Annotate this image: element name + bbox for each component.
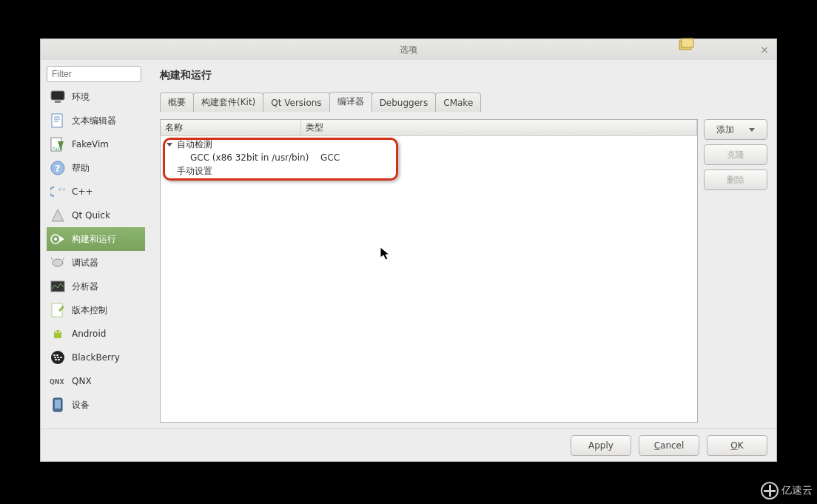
svg-rect-4: [52, 114, 62, 127]
analyzer-icon: [50, 278, 66, 295]
options-dialog: 选项 × 环境 文本编辑器 Fake FakeVim: [40, 38, 777, 462]
apply-button[interactable]: Apply: [571, 435, 631, 456]
text-edit-icon: [50, 112, 66, 129]
sidebar-item-android[interactable]: Android: [47, 322, 145, 346]
debugger-icon: [50, 255, 66, 271]
tree-group-auto[interactable]: 自动检测: [161, 138, 697, 151]
window-title: 选项: [400, 44, 417, 56]
sidebar-item-label: QNX: [72, 376, 92, 386]
sidebar-item-text-editor[interactable]: 文本编辑器: [47, 109, 145, 132]
svg-marker-17: [60, 236, 64, 242]
qtquick-icon: [50, 207, 66, 224]
compiler-type: GCC: [320, 152, 340, 163]
tree-body: 自动检测 GCC (x86 32bit in /usr/bin) GCC 手动设…: [161, 136, 697, 179]
tab-debuggers[interactable]: Debuggers: [371, 93, 437, 112]
svg-rect-32: [55, 359, 57, 360]
tab-cmake[interactable]: CMake: [435, 93, 481, 112]
svg-rect-28: [56, 355, 58, 356]
sidebar: 环境 文本编辑器 Fake FakeVim ? 帮助 ++ C++: [41, 60, 148, 429]
svg-rect-31: [60, 357, 62, 358]
tree-item-gcc[interactable]: GCC (x86 32bit in /usr/bin) GCC: [161, 151, 697, 164]
svg-rect-1: [682, 38, 693, 47]
vcs-icon: [50, 302, 66, 318]
build-run-icon: [50, 231, 66, 247]
remove-button[interactable]: 删除: [704, 169, 767, 190]
sidebar-item-env[interactable]: 环境: [47, 85, 145, 109]
svg-text:?: ?: [55, 163, 61, 174]
column-name[interactable]: 名称: [161, 120, 301, 135]
right-panel: 构建和运行 概要 构建套件(Kit) Qt Versions 编译器 Debug…: [148, 60, 776, 429]
svg-text:QNX: QNX: [50, 379, 64, 386]
filter-input[interactable]: [47, 66, 141, 82]
sidebar-item-device[interactable]: 设备: [47, 393, 145, 417]
tab-content: 名称 类型 自动检测 GCC (x86 32bit in /usr/bin) G…: [160, 110, 767, 423]
svg-line-20: [63, 258, 64, 260]
tab-qtversions[interactable]: Qt Versions: [263, 93, 329, 112]
sidebar-item-debugger[interactable]: 调试器: [47, 251, 145, 275]
compiler-name: GCC (x86 32bit in /usr/bin): [190, 152, 320, 163]
cancel-button[interactable]: Cancel: [639, 435, 699, 456]
tree-header: 名称 类型: [161, 120, 697, 136]
svg-rect-3: [55, 101, 61, 103]
clone-button[interactable]: 克隆: [704, 144, 767, 165]
group-label: 自动检测: [177, 138, 212, 151]
sidebar-item-fakevim[interactable]: Fake FakeVim: [47, 132, 145, 156]
svg-point-25: [58, 332, 60, 333]
svg-rect-30: [57, 357, 59, 358]
sidebar-item-vcs[interactable]: 版本控制: [47, 298, 145, 322]
tab-kits[interactable]: 构建套件(Kit): [193, 93, 263, 112]
compiler-tree[interactable]: 名称 类型 自动检测 GCC (x86 32bit in /usr/bin) G…: [160, 119, 698, 423]
svg-rect-33: [58, 359, 60, 360]
android-icon: [50, 326, 66, 342]
category-list[interactable]: 环境 文本编辑器 Fake FakeVim ? 帮助 ++ C++: [47, 85, 145, 426]
sidebar-item-analyzer[interactable]: 分析器: [47, 275, 145, 298]
sidebar-item-label: 环境: [72, 91, 90, 104]
sidebar-item-label: 构建和运行: [72, 233, 116, 246]
group-label: 手动设置: [177, 165, 212, 178]
fakevim-icon: Fake: [50, 136, 66, 152]
column-type[interactable]: 类型: [301, 120, 697, 135]
sidebar-item-label: 文本编辑器: [72, 115, 116, 127]
sidebar-item-label: C++: [72, 187, 93, 197]
dropdown-arrow-icon: [749, 128, 755, 132]
sidebar-item-build-run[interactable]: 构建和运行: [47, 227, 145, 251]
title-bar: 选项 ×: [41, 39, 776, 60]
main-area: 环境 文本编辑器 Fake FakeVim ? 帮助 ++ C++: [41, 60, 776, 429]
svg-rect-2: [51, 91, 64, 100]
sidebar-item-label: 版本控制: [72, 304, 107, 317]
sidebar-item-cpp[interactable]: ++ C++: [47, 180, 145, 204]
sidebar-item-label: BlackBerry: [72, 352, 120, 363]
svg-point-18: [53, 259, 63, 266]
tabs: 概要 构建套件(Kit) Qt Versions 编译器 Debuggers C…: [160, 91, 767, 110]
tab-compilers[interactable]: 编译器: [329, 92, 372, 111]
device-icon: [50, 397, 66, 413]
sidebar-item-label: 设备: [72, 399, 90, 411]
sidebar-item-qtquick[interactable]: Qt Quick: [47, 204, 145, 227]
right-button-group: 添加 克隆 删除: [704, 119, 767, 423]
cpp-icon: ++: [50, 184, 66, 200]
tab-overview[interactable]: 概要: [160, 93, 194, 112]
monitor-icon: [50, 89, 66, 105]
svg-marker-14: [52, 209, 64, 221]
sidebar-item-label: 分析器: [72, 280, 98, 293]
expand-toggle-icon[interactable]: [167, 143, 172, 147]
add-button[interactable]: 添加: [704, 119, 767, 140]
folder-icon: [679, 38, 695, 53]
watermark-text: 亿速云: [781, 484, 813, 497]
qnx-icon: QNX: [50, 373, 66, 389]
close-icon[interactable]: ×: [760, 44, 769, 56]
page-title: 构建和运行: [160, 69, 767, 82]
sidebar-item-label: Android: [72, 329, 106, 339]
svg-rect-21: [51, 281, 64, 292]
ok-button[interactable]: OK: [707, 435, 767, 456]
sidebar-item-blackberry[interactable]: BlackBerry: [47, 346, 145, 369]
sidebar-item-qnx[interactable]: QNX QNX: [47, 369, 145, 393]
svg-point-16: [54, 238, 57, 241]
sidebar-item-help[interactable]: ? 帮助: [47, 156, 145, 180]
sidebar-item-label: Qt Quick: [72, 210, 110, 221]
tree-group-manual[interactable]: 手动设置: [161, 164, 697, 178]
svg-rect-29: [54, 357, 56, 358]
sidebar-item-label: 调试器: [72, 257, 98, 269]
sidebar-item-label: 帮助: [72, 162, 90, 175]
svg-point-24: [56, 332, 57, 333]
